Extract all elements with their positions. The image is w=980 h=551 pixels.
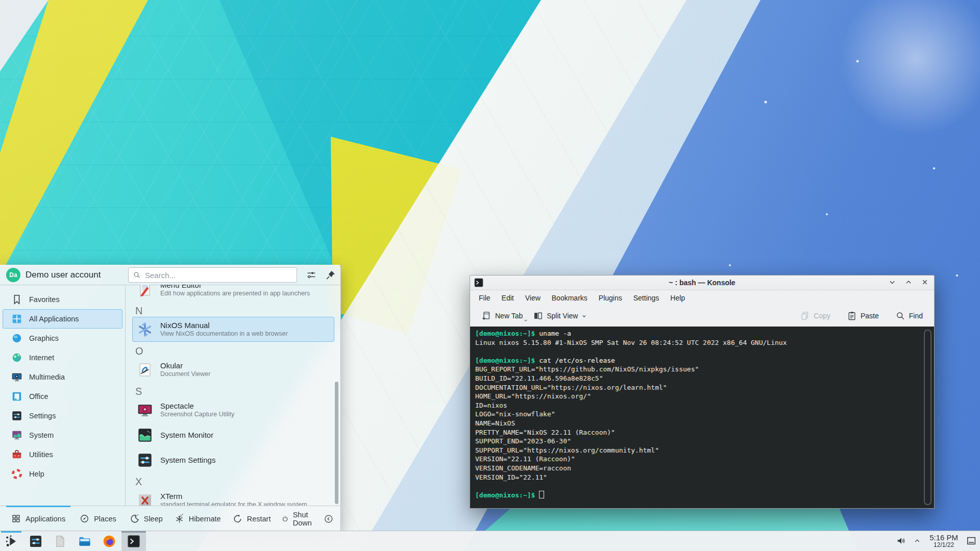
tray-expander-icon[interactable] <box>913 536 922 545</box>
app-name: System Monitor <box>160 431 213 439</box>
footer-action-label: Shut Down <box>293 511 316 527</box>
configure-icon[interactable] <box>306 270 316 280</box>
footer-tab-label: Places <box>94 515 116 523</box>
search-input[interactable] <box>144 270 292 280</box>
taskbar-task-system-settings[interactable] <box>23 531 48 551</box>
search-box[interactable] <box>128 267 297 283</box>
sidebar-item-label: Internet <box>29 354 54 362</box>
terminal-line: PRETTY_NAME="NixOS 22.11 (Raccoon)" <box>475 428 919 437</box>
shell-prompt: [demo@nixos:~]$ <box>475 491 535 499</box>
taskbar-task-konsole[interactable] <box>121 531 146 551</box>
clock-time: 5:16 PM <box>929 533 958 542</box>
internet-icon <box>11 352 22 363</box>
konsole-icon <box>127 534 141 548</box>
app-launcher-button[interactable] <box>0 531 23 551</box>
app-item-system-settings[interactable]: System Settings <box>132 447 334 472</box>
menu-settings[interactable]: Settings <box>628 290 665 305</box>
copy-button[interactable]: Copy <box>795 311 836 321</box>
terminal-line: VERSION_CODENAME=raccoon <box>475 464 919 473</box>
app-name: Okular <box>160 362 210 370</box>
terminal-line: Linux nixos 5.15.80 #1-NixOS SMP Sat Nov… <box>475 338 919 347</box>
menu-view[interactable]: View <box>520 290 546 305</box>
app-item-spectacle[interactable]: Spectacle Screenshot Capture Utility <box>132 397 334 422</box>
launcher-header: Da Demo user account <box>0 265 340 285</box>
search-icon <box>133 271 141 279</box>
shut-down-button[interactable]: Shut Down <box>276 511 321 527</box>
taskbar-task-document[interactable] <box>48 531 72 551</box>
app-name: NixOS Manual <box>160 321 288 330</box>
terminal-line: [demo@nixos:~]$ <box>475 491 919 500</box>
menu-edit[interactable]: Edit <box>496 290 520 305</box>
pin-icon[interactable] <box>326 270 336 280</box>
sidebar-item-multimedia[interactable]: Multimedia <box>3 367 122 387</box>
shell-prompt: [demo@nixos:~]$ <box>475 330 535 337</box>
menu-plugins[interactable]: Plugins <box>593 290 628 305</box>
sidebar-item-graphics[interactable]: Graphics <box>3 329 122 348</box>
terminal-line: LOGO="nix-snowflake" <box>475 410 919 419</box>
app-description: Document Viewer <box>160 371 210 378</box>
sidebar-item-system[interactable]: System <box>3 425 122 445</box>
split-view-button[interactable]: Split View <box>528 311 592 321</box>
launcher-app-list: Menu Editor Edit how applications are pr… <box>126 285 340 506</box>
menu-bookmarks[interactable]: Bookmarks <box>546 290 593 305</box>
user-name: Demo user account <box>26 265 101 285</box>
new-tab-button[interactable]: New Tab <box>476 311 528 321</box>
show-desktop-icon[interactable] <box>966 535 977 546</box>
footer-tab-applications[interactable]: Applications <box>4 506 72 531</box>
sidebar-item-settings[interactable]: Settings <box>3 406 122 425</box>
taskbar-task-firefox[interactable] <box>97 531 121 551</box>
folder-icon <box>78 534 92 548</box>
sidebar-item-help[interactable]: Help <box>3 464 122 484</box>
menu-help[interactable]: Help <box>665 290 691 305</box>
sidebar-item-internet[interactable]: Internet <box>3 348 122 367</box>
volume-icon[interactable] <box>896 535 907 546</box>
collapse-session-icon[interactable] <box>324 512 333 525</box>
close-button[interactable] <box>920 277 930 287</box>
maximize-button[interactable] <box>903 277 914 287</box>
sidebar-item-label: Multimedia <box>29 373 65 381</box>
app-item-xterm[interactable]: XTerm standard terminal emulator for the… <box>132 488 334 506</box>
terminal-scrollbar[interactable] <box>924 330 932 505</box>
sidebar-item-label: Help <box>29 470 44 478</box>
sidebar-item-label: Favorites <box>29 295 60 304</box>
app-section-letter: O <box>132 342 334 357</box>
sidebar-item-label: All Applications <box>29 315 79 323</box>
shell-command: uname -a <box>535 330 571 337</box>
app-item-system-monitor[interactable]: System Monitor <box>132 422 334 447</box>
menu-file[interactable]: File <box>473 290 496 305</box>
sidebar-item-utilities[interactable]: Utilities <box>3 445 122 464</box>
terminal-line: VERSION="22.11 (Raccoon)" <box>475 455 919 464</box>
taskbar-task-file-manager[interactable] <box>72 531 97 551</box>
sidebar-item-office[interactable]: Office <box>3 387 122 406</box>
app-item-okular[interactable]: Okular Document Viewer <box>132 357 334 382</box>
sidebar-item-all-applications[interactable]: All Applications <box>3 309 122 329</box>
sleep-button[interactable]: zz Sleep <box>124 513 168 524</box>
minimize-button[interactable] <box>887 277 897 287</box>
terminal-line: DOCUMENTATION_URL="https://nixos.org/lea… <box>475 383 919 392</box>
office-icon <box>11 391 22 402</box>
footer-tab-places[interactable]: Places <box>72 506 124 531</box>
digital-clock[interactable]: 5:16 PM 12/1/22 <box>927 533 960 549</box>
shutdown-icon <box>282 513 288 524</box>
sidebar-item-label: Graphics <box>29 334 59 342</box>
footer-actions: zz Sleep zz Hibernate Restart Shut Down <box>124 511 322 527</box>
paste-button[interactable]: Paste <box>842 311 884 321</box>
clock-date: 12/1/22 <box>929 542 958 549</box>
app-list-scrollbar[interactable] <box>335 382 338 504</box>
find-button[interactable]: Find <box>890 311 928 321</box>
sidebar-item-favorites[interactable]: Favorites <box>3 290 122 309</box>
app-item-nixos-manual[interactable]: NixOS Manual View NixOS documentation in… <box>132 317 334 342</box>
app-item-menu-editor[interactable]: Menu Editor Edit how applications are pr… <box>132 285 334 302</box>
multimedia-icon <box>11 371 22 383</box>
kickoff-icon <box>4 534 19 549</box>
hibernate-button[interactable]: zz Hibernate <box>168 513 227 524</box>
app-name: Menu Editor <box>160 285 310 289</box>
copy-label: Copy <box>814 312 830 320</box>
terminal-area[interactable]: [demo@nixos:~]$ uname -aLinux nixos 5.15… <box>470 327 934 508</box>
sidebar-item-label: Office <box>29 392 48 400</box>
restart-button[interactable]: Restart <box>227 513 277 524</box>
avatar[interactable]: Da <box>6 268 20 282</box>
titlebar[interactable]: ~ : bash — Konsole <box>470 276 934 290</box>
footer-tab-label: Applications <box>26 515 65 523</box>
svg-text:z: z <box>182 513 183 516</box>
